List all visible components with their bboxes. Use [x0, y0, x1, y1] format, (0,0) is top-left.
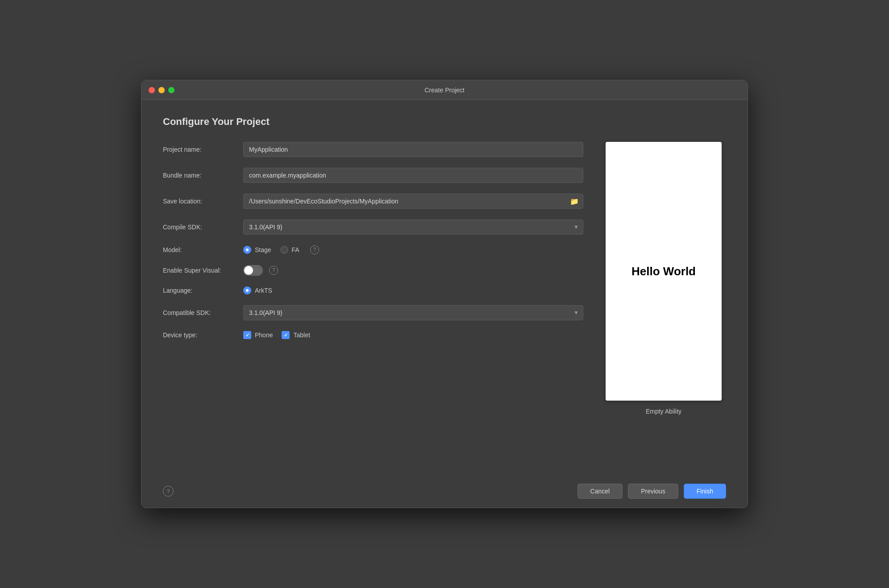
- folder-browse-icon[interactable]: 📁: [570, 197, 579, 206]
- form-section: Project name: Bundle name: Save location…: [163, 142, 583, 466]
- language-arkts-label: ArkTS: [255, 287, 272, 294]
- page-title: Configure Your Project: [163, 116, 726, 128]
- bundle-name-label: Bundle name:: [163, 172, 243, 179]
- model-stage-option[interactable]: Stage: [243, 246, 271, 254]
- project-name-control: [243, 142, 583, 157]
- save-location-label: Save location:: [163, 198, 243, 205]
- model-stage-radio[interactable]: [243, 246, 251, 254]
- project-name-row: Project name:: [163, 142, 583, 157]
- compatible-sdk-control: 3.1.0(API 9) 3.0.0(API 8) 2.2.0(API 7) ▼: [243, 305, 583, 320]
- main-content: Configure Your Project Project name: Bun…: [141, 100, 748, 476]
- project-name-input[interactable]: [243, 142, 583, 157]
- compile-sdk-control: 3.1.0(API 9) 3.0.0(API 8) 2.2.0(API 7) ▼: [243, 219, 583, 235]
- device-phone-label: Phone: [255, 331, 273, 339]
- compatible-sdk-select[interactable]: 3.1.0(API 9) 3.0.0(API 8) 2.2.0(API 7): [243, 305, 583, 320]
- device-phone-option[interactable]: Phone: [243, 331, 273, 339]
- device-type-row: Device type: Phone Tablet: [163, 331, 583, 339]
- traffic-lights: [149, 87, 174, 93]
- device-type-label: Device type:: [163, 331, 243, 339]
- model-row: Model: Stage FA ?: [163, 245, 583, 254]
- footer: ? Cancel Previous Finish: [141, 476, 748, 508]
- device-type-control: Phone Tablet: [243, 331, 583, 339]
- create-project-window: Create Project Configure Your Project Pr…: [141, 80, 748, 508]
- device-phone-checkbox[interactable]: [243, 331, 251, 339]
- device-tablet-option[interactable]: Tablet: [282, 331, 310, 339]
- language-radio-group: ArkTS: [243, 286, 583, 294]
- language-control: ArkTS: [243, 286, 583, 294]
- language-arkts-option[interactable]: ArkTS: [243, 286, 272, 294]
- phone-preview: Hello World: [606, 142, 722, 401]
- footer-buttons: Cancel Previous Finish: [577, 484, 726, 499]
- save-location-row: Save location: 📁: [163, 194, 583, 209]
- model-stage-label: Stage: [255, 246, 271, 253]
- footer-help-icon[interactable]: ?: [163, 486, 174, 497]
- language-arkts-radio[interactable]: [243, 286, 251, 294]
- model-control: Stage FA ?: [243, 245, 583, 254]
- bundle-name-row: Bundle name:: [163, 168, 583, 183]
- template-name-label: Empty Ability: [646, 408, 681, 415]
- previous-button[interactable]: Previous: [628, 484, 678, 499]
- compile-sdk-row: Compile SDK: 3.1.0(API 9) 3.0.0(API 8) 2…: [163, 219, 583, 235]
- close-button[interactable]: [149, 87, 155, 93]
- title-bar: Create Project: [141, 80, 748, 100]
- compatible-sdk-wrapper: 3.1.0(API 9) 3.0.0(API 8) 2.2.0(API 7) ▼: [243, 305, 583, 320]
- window-title: Create Project: [424, 87, 464, 94]
- compile-sdk-select[interactable]: 3.1.0(API 9) 3.0.0(API 8) 2.2.0(API 7): [243, 219, 583, 235]
- toggle-knob: [244, 266, 253, 275]
- model-fa-option[interactable]: FA: [280, 246, 299, 254]
- super-visual-row: Enable Super Visual: ?: [163, 265, 583, 276]
- finish-button[interactable]: Finish: [684, 484, 726, 499]
- compile-sdk-label: Compile SDK:: [163, 224, 243, 231]
- save-location-control: 📁: [243, 194, 583, 209]
- model-help-icon[interactable]: ?: [310, 245, 319, 254]
- compile-sdk-wrapper: 3.1.0(API 9) 3.0.0(API 8) 2.2.0(API 7) ▼: [243, 219, 583, 235]
- super-visual-help-icon[interactable]: ?: [269, 266, 278, 275]
- minimize-button[interactable]: [158, 87, 165, 93]
- save-location-input[interactable]: [243, 194, 583, 209]
- model-fa-label: FA: [292, 246, 299, 253]
- project-name-label: Project name:: [163, 146, 243, 153]
- device-tablet-checkbox[interactable]: [282, 331, 290, 339]
- super-visual-control: ?: [243, 265, 583, 276]
- language-label: Language:: [163, 287, 243, 294]
- compatible-sdk-label: Compatible SDK:: [163, 309, 243, 316]
- compatible-sdk-row: Compatible SDK: 3.1.0(API 9) 3.0.0(API 8…: [163, 305, 583, 320]
- save-location-input-wrapper: 📁: [243, 194, 583, 209]
- bundle-name-control: [243, 168, 583, 183]
- super-visual-toggle-row: ?: [243, 265, 583, 276]
- model-fa-radio[interactable]: [280, 246, 288, 254]
- maximize-button[interactable]: [168, 87, 174, 93]
- main-area: Project name: Bundle name: Save location…: [163, 142, 726, 466]
- device-type-checkbox-group: Phone Tablet: [243, 331, 583, 339]
- preview-section: Hello World Empty Ability: [601, 142, 726, 466]
- model-label: Model:: [163, 246, 243, 253]
- cancel-button[interactable]: Cancel: [577, 484, 623, 499]
- device-tablet-label: Tablet: [293, 331, 310, 339]
- language-row: Language: ArkTS: [163, 286, 583, 294]
- model-radio-group: Stage FA ?: [243, 245, 583, 254]
- super-visual-toggle[interactable]: [243, 265, 263, 276]
- bundle-name-input[interactable]: [243, 168, 583, 183]
- hello-world-text: Hello World: [631, 265, 696, 278]
- super-visual-label: Enable Super Visual:: [163, 267, 243, 274]
